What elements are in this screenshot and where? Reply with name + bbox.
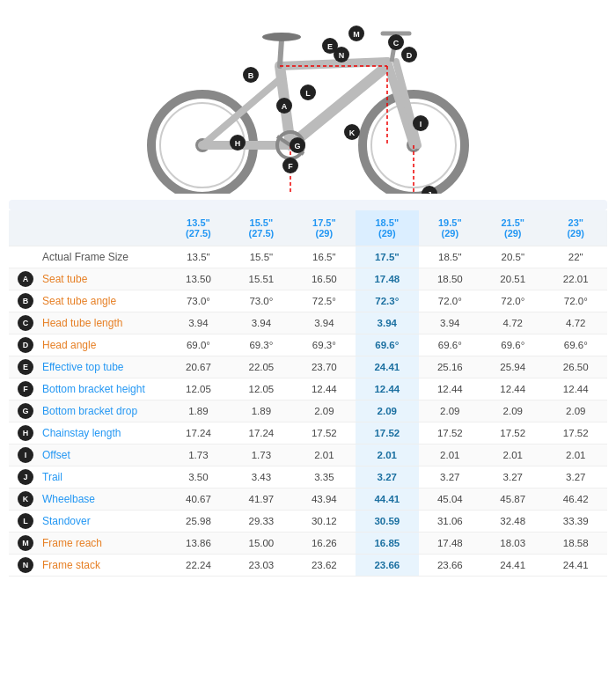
value-cell: 22.05 [230, 356, 292, 378]
value-cell: 73.0° [230, 290, 292, 312]
svg-text:I: I [420, 120, 422, 129]
row-badge: D [18, 337, 33, 353]
row-label: Actual Frame Size [42, 251, 128, 263]
value-cell: 2.09 [544, 400, 607, 422]
value-cell: 29.33 [230, 511, 292, 533]
value-cell: 13.86 [167, 533, 230, 555]
value-cell: 69.6° [544, 334, 607, 356]
table-row: IOffset1.731.732.012.012.012.012.01 [9, 445, 607, 467]
value-cell: 16.85 [356, 533, 418, 555]
value-cell: 69.6° [356, 334, 418, 356]
value-cell: 20.51 [481, 268, 544, 290]
value-cell: 20.67 [167, 356, 230, 378]
value-cell: 12.44 [419, 378, 481, 400]
value-cell: 18.03 [481, 533, 544, 555]
value-cell: 45.04 [419, 489, 481, 511]
value-cell: 26.50 [544, 356, 607, 378]
value-cell: 16.5" [293, 246, 356, 268]
value-cell: 73.0° [167, 290, 230, 312]
value-cell: 23.62 [293, 555, 356, 577]
size-header-cell[interactable]: 21.5"(29) [481, 210, 544, 246]
value-cell: 1.73 [230, 445, 292, 467]
row-label: Wheelbase [42, 493, 95, 505]
value-cell: 2.09 [356, 400, 418, 422]
size-header-cell[interactable]: 19.5"(29) [419, 210, 481, 246]
value-cell: 25.98 [167, 511, 230, 533]
svg-text:B: B [248, 71, 254, 80]
table-row: ASeat tube13.5015.5116.5017.4818.5020.51… [9, 268, 607, 290]
value-cell: 23.66 [419, 555, 481, 577]
value-cell: 4.72 [481, 312, 544, 334]
table-row: KWheelbase40.6741.9743.9444.4145.0445.87… [9, 489, 607, 511]
value-cell: 43.94 [293, 489, 356, 511]
value-cell: 15.51 [230, 268, 292, 290]
value-cell: 72.0° [419, 290, 481, 312]
value-cell: 18.5" [419, 246, 481, 268]
value-cell: 3.27 [544, 467, 607, 489]
row-badge: B [18, 293, 33, 309]
value-cell: 1.73 [167, 445, 230, 467]
size-header-cell[interactable]: 18.5"(29) [356, 210, 418, 246]
size-header [9, 200, 607, 210]
value-cell: 31.06 [419, 511, 481, 533]
value-cell: 25.94 [481, 356, 544, 378]
value-cell: 12.05 [230, 378, 292, 400]
svg-text:E: E [327, 42, 333, 51]
value-cell: 17.24 [167, 422, 230, 445]
value-cell: 3.94 [419, 312, 481, 334]
value-cell: 45.87 [481, 489, 544, 511]
row-label: Head tube length [42, 317, 122, 329]
value-cell: 69.0° [167, 334, 230, 356]
value-cell: 13.50 [167, 268, 230, 290]
table-row: FBottom bracket height12.0512.0512.4412.… [9, 378, 607, 400]
row-badge: I [18, 447, 33, 463]
value-cell: 41.97 [230, 489, 292, 511]
value-cell: 33.39 [544, 511, 607, 533]
value-cell: 32.48 [481, 511, 544, 533]
row-label: Effective top tube [42, 361, 124, 373]
value-cell: 2.09 [293, 400, 356, 422]
value-cell: 16.50 [293, 268, 356, 290]
value-cell: 3.27 [481, 467, 544, 489]
value-cell: 17.24 [230, 422, 292, 445]
value-cell: 30.12 [293, 511, 356, 533]
value-cell: 69.6° [481, 334, 544, 356]
svg-text:H: H [235, 139, 241, 148]
value-cell: 69.6° [419, 334, 481, 356]
row-label: Seat tube angle [42, 295, 116, 307]
row-label: Standover [42, 515, 91, 527]
value-cell: 16.26 [293, 533, 356, 555]
value-cell: 3.94 [167, 312, 230, 334]
size-header-cell[interactable]: 17.5"(29) [293, 210, 356, 246]
svg-line-10 [202, 79, 280, 145]
value-cell: 17.52 [481, 422, 544, 445]
value-cell: 46.42 [544, 489, 607, 511]
row-badge: F [18, 381, 33, 397]
value-cell: 2.01 [356, 445, 418, 467]
value-cell: 40.67 [167, 489, 230, 511]
size-header-cell[interactable]: 15.5"(27.5) [230, 210, 292, 246]
svg-text:M: M [353, 30, 360, 39]
svg-line-8 [280, 62, 387, 66]
value-cell: 2.01 [419, 445, 481, 467]
svg-text:J: J [427, 190, 431, 194]
value-cell: 2.09 [419, 400, 481, 422]
row-badge: G [18, 403, 33, 419]
value-cell: 25.16 [419, 356, 481, 378]
row-badge: L [18, 513, 33, 529]
row-label: Head angle [42, 339, 96, 351]
row-badge: A [18, 271, 33, 287]
value-cell: 3.50 [167, 467, 230, 489]
size-header-cell[interactable]: 23"(29) [544, 210, 607, 246]
value-cell: 44.41 [356, 489, 418, 511]
value-cell: 69.3° [230, 334, 292, 356]
row-badge: J [18, 469, 33, 485]
size-header-cell[interactable]: 13.5"(27.5) [167, 210, 230, 246]
value-cell: 15.5" [230, 246, 292, 268]
value-cell: 3.94 [230, 312, 292, 334]
value-cell: 17.52 [544, 422, 607, 445]
value-cell: 17.48 [419, 533, 481, 555]
value-cell: 72.5° [293, 290, 356, 312]
value-cell: 3.27 [356, 467, 418, 489]
svg-text:N: N [339, 51, 345, 60]
